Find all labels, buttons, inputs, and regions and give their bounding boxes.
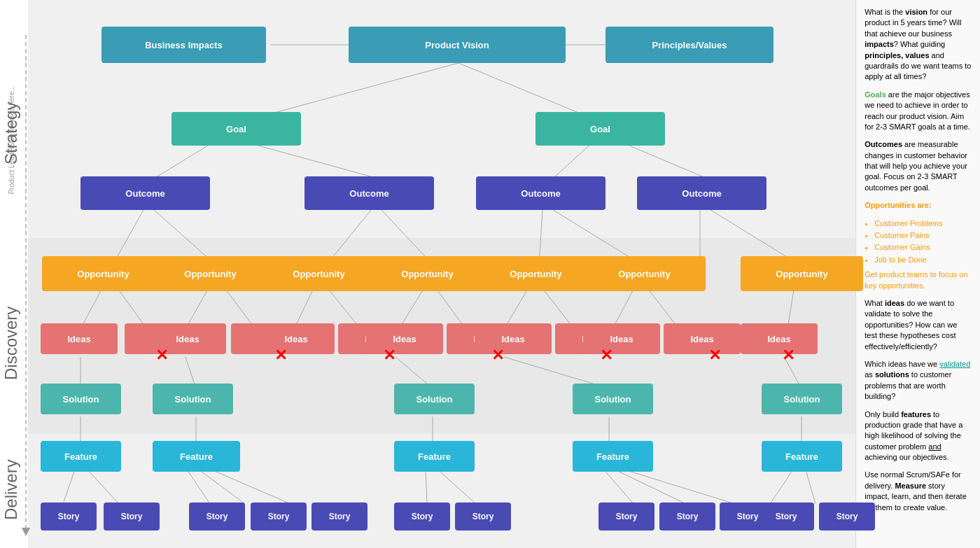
story-7-box: Story	[455, 503, 511, 531]
outcomes-paragraph: Outcomes are measurable changes in custo…	[864, 139, 972, 193]
rejected-x-1: ✕	[155, 346, 168, 365]
outcome-4-box: Outcome	[637, 176, 766, 210]
feature-4-box: Feature	[573, 441, 653, 472]
story-1-box: Story	[41, 503, 97, 531]
sidebar: What is the vision for our product in 5 …	[855, 0, 980, 548]
ideas-5-box: Ideas	[258, 323, 335, 354]
ideas-9-box: Ideas	[475, 323, 552, 354]
story-9-box: Story	[659, 503, 715, 531]
ideas-12-box: Ideas	[664, 323, 741, 354]
opportunity-7-box: Opportunity	[741, 256, 863, 291]
rejected-x-7: ✕	[782, 346, 794, 365]
story-4-box: Story	[251, 503, 307, 531]
rejected-x-3: ✕	[383, 346, 396, 365]
ideas-13-box: Ideas	[741, 323, 818, 354]
rejected-x-6: ✕	[708, 346, 721, 365]
opportunity-3-box: Opportunity	[258, 256, 380, 291]
features-paragraph: Only build features to production grade …	[864, 409, 972, 463]
business-impacts-box: Business Impacts	[102, 27, 266, 63]
story-6-box: Story	[394, 503, 450, 531]
delivery-label: Delivery	[1, 441, 21, 539]
feature-3-box: Feature	[394, 441, 475, 472]
rejected-x-5: ✕	[600, 346, 612, 365]
solutions-paragraph: Which ideas have we validated as solutio…	[864, 359, 972, 402]
solution-3-box: Solution	[394, 384, 475, 414]
ideas-1-box: Ideas	[41, 323, 118, 354]
opportunities-paragraph: Opportunities are:	[864, 200, 972, 211]
outcome-3-box: Outcome	[476, 176, 606, 210]
ideas-11-box: Ideas	[583, 323, 660, 354]
goal-1-box: Goal	[172, 112, 301, 146]
outcome-2-box: Outcome	[304, 176, 434, 210]
outcome-1-box: Outcome	[80, 176, 210, 210]
solution-1-box: Solution	[41, 384, 121, 414]
ideas-paragraph: What ideas do we want to validate to sol…	[864, 298, 972, 352]
solution-2-box: Solution	[153, 384, 233, 414]
feature-1-box: Feature	[41, 441, 121, 472]
principles-values-box: Principles/Values	[606, 27, 774, 63]
rejected-x-2: ✕	[274, 346, 287, 365]
opportunity-1-box: Opportunity	[42, 256, 164, 291]
strategy-label: Strategy	[1, 56, 21, 210]
opportunity-4-box: Opportunity	[366, 256, 489, 291]
solution-4-box: Solution	[573, 384, 653, 414]
story-3-box: Story	[189, 503, 245, 531]
rejected-x-4: ✕	[491, 346, 504, 365]
story-8-box: Story	[598, 503, 654, 531]
story-11-box: Story	[758, 503, 814, 531]
feature-2-box: Feature	[153, 441, 240, 472]
feature-5-box: Feature	[762, 441, 842, 472]
goals-paragraph: Goals are the major objectives we need t…	[864, 90, 972, 133]
story-2-box: Story	[104, 503, 160, 531]
canvas: Product Leadership focuses here...	[0, 0, 855, 548]
vision-paragraph: What is the vision for our product in 5 …	[864, 7, 972, 83]
opportunity-5-box: Opportunity	[475, 256, 597, 291]
solution-5-box: Solution	[762, 384, 842, 414]
goal-2-box: Goal	[536, 112, 665, 146]
opportunity-6-box: Opportunity	[583, 256, 706, 291]
ideas-7-box: Ideas	[366, 323, 443, 354]
stories-paragraph: Use normal Scrum/SAFe for delivery. Meas…	[864, 470, 972, 513]
opportunity-2-box: Opportunity	[149, 256, 272, 291]
story-5-box: Story	[312, 503, 368, 531]
discovery-label: Discovery	[1, 266, 21, 420]
story-12-box: Story	[819, 503, 875, 531]
product-vision-box: Product Vision	[349, 27, 566, 63]
